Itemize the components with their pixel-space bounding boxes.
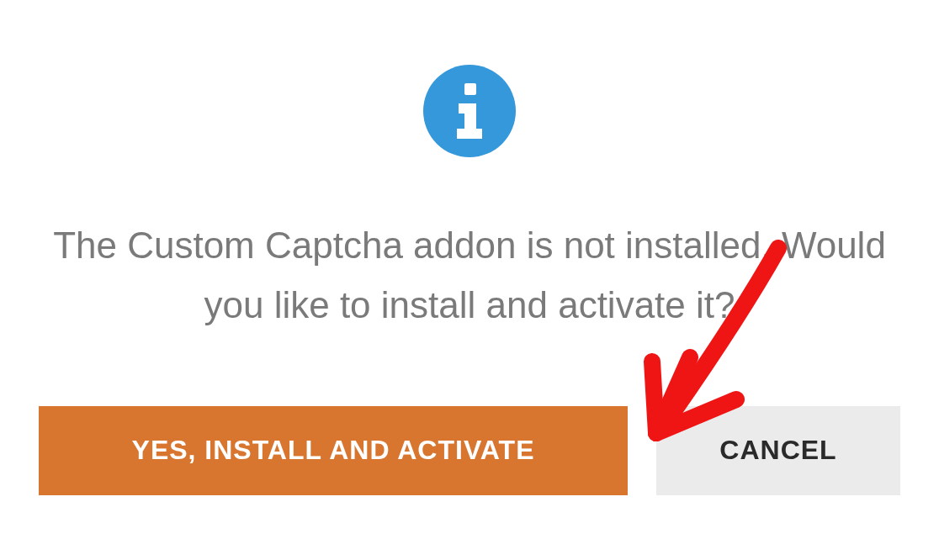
svg-rect-0 bbox=[464, 83, 476, 95]
dialog-message: The Custom Captcha addon is not installe… bbox=[42, 216, 897, 335]
cancel-button[interactable]: Cancel bbox=[656, 406, 900, 495]
info-icon bbox=[423, 65, 516, 157]
confirmation-dialog: The Custom Captcha addon is not installe… bbox=[0, 31, 939, 529]
dialog-actions: Yes, Install and Activate Cancel bbox=[42, 406, 897, 495]
confirm-install-button[interactable]: Yes, Install and Activate bbox=[39, 406, 628, 495]
